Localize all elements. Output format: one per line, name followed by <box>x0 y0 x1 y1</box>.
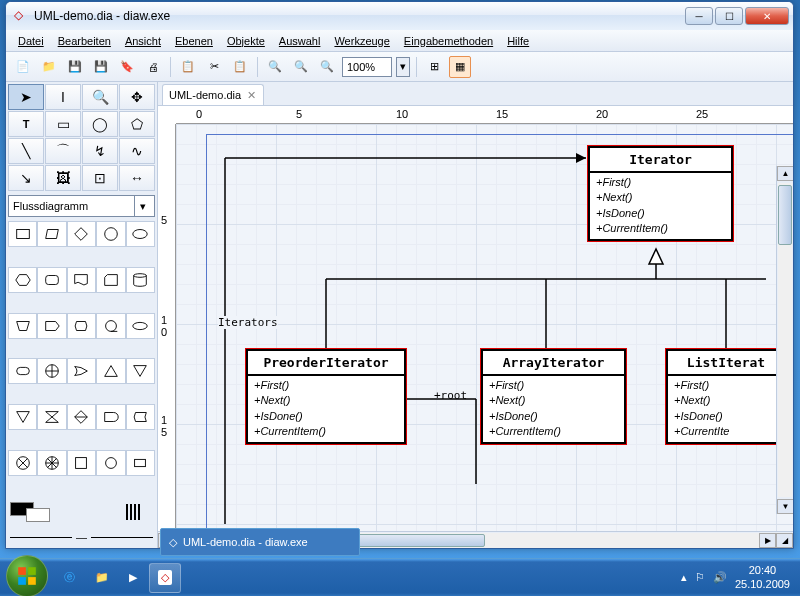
text-tool[interactable]: T <box>8 111 44 137</box>
menu-ebenen[interactable]: Ebenen <box>169 33 219 49</box>
shape-collate[interactable] <box>37 404 66 430</box>
shape-delay[interactable] <box>96 404 125 430</box>
move-tool[interactable]: ✥ <box>119 84 155 110</box>
shape-parallelogram[interactable] <box>37 221 66 247</box>
clock[interactable]: 20:40 25.10.2009 <box>735 564 790 590</box>
connector-tool[interactable]: ⊡ <box>82 165 118 191</box>
shape-display[interactable] <box>67 313 96 339</box>
label-iterators[interactable]: Iterators <box>218 316 278 329</box>
tray-flag-icon[interactable]: ⚐ <box>695 571 705 584</box>
task-ie[interactable]: ⓔ <box>56 563 83 593</box>
shape-sort[interactable] <box>67 404 96 430</box>
zoomout-button[interactable]: 🔍 <box>290 56 312 78</box>
zoomin-button[interactable]: 🔍 <box>264 56 286 78</box>
shape-extra1[interactable] <box>67 450 96 476</box>
arc-tool[interactable]: ⌒ <box>45 138 81 164</box>
line-pattern[interactable] <box>113 503 153 521</box>
shape-extra2[interactable] <box>96 450 125 476</box>
cut-button[interactable]: ✂ <box>203 56 225 78</box>
pointer-tool[interactable]: ➤ <box>8 84 44 110</box>
zoom-dropdown[interactable]: ▾ <box>396 57 410 77</box>
box-tool[interactable]: ▭ <box>45 111 81 137</box>
label-root[interactable]: +root <box>434 389 467 402</box>
shape-invtri[interactable] <box>126 358 155 384</box>
class-preorder[interactable]: PreorderIterator +First() +Next() +IsDon… <box>246 349 406 444</box>
task-media[interactable]: ▶ <box>121 563 145 593</box>
menu-datei[interactable]: Datei <box>12 33 50 49</box>
ellipse-tool[interactable]: ◯ <box>82 111 118 137</box>
shape-stadium[interactable] <box>8 358 37 384</box>
shape-card[interactable] <box>96 267 125 293</box>
image-tool[interactable]: 🖼 <box>45 165 81 191</box>
shape-pentagon[interactable] <box>37 313 66 339</box>
zigzag-tool[interactable]: ↯ <box>82 138 118 164</box>
zoomfit-button[interactable]: 🔍 <box>316 56 338 78</box>
shape-extra3[interactable] <box>126 450 155 476</box>
new-button[interactable]: 📄 <box>12 56 34 78</box>
shape-cylinder[interactable] <box>126 267 155 293</box>
shape-ellipse[interactable] <box>126 221 155 247</box>
document-tab[interactable]: UML-demo.dia ✕ <box>162 84 264 105</box>
shape-and[interactable] <box>37 450 66 476</box>
shape-merge[interactable] <box>8 404 37 430</box>
menu-bearbeiten[interactable]: Bearbeiten <box>52 33 117 49</box>
shape-oval[interactable] <box>126 313 155 339</box>
line-tool[interactable]: ╲ <box>8 138 44 164</box>
tray-arrow-icon[interactable]: ▴ <box>681 571 687 584</box>
class-iterator[interactable]: Iterator +First() +Next() +IsDone() +Cur… <box>588 146 733 241</box>
shape-hexagon[interactable] <box>8 267 37 293</box>
menu-ansicht[interactable]: Ansicht <box>119 33 167 49</box>
shape-storage[interactable] <box>126 404 155 430</box>
menu-auswahl[interactable]: Auswahl <box>273 33 327 49</box>
class-array[interactable]: ArrayIterator +First() +Next() +IsDone()… <box>481 349 626 444</box>
copy-button[interactable]: 📋 <box>177 56 199 78</box>
maximize-button[interactable]: ☐ <box>715 7 743 25</box>
shape-trap[interactable] <box>8 313 37 339</box>
shape-diamond[interactable] <box>67 221 96 247</box>
fg-bg-swatch[interactable] <box>10 502 50 522</box>
tray-volume-icon[interactable]: 🔊 <box>713 571 727 584</box>
shape-triangle[interactable] <box>96 358 125 384</box>
shape-tape[interactable] <box>96 313 125 339</box>
saveas-button[interactable]: 💾 <box>90 56 112 78</box>
class-list[interactable]: ListIterat +First() +Next() +IsDone() +C… <box>666 349 786 444</box>
snap-button[interactable]: ▦ <box>449 56 471 78</box>
minimize-button[interactable]: ─ <box>685 7 713 25</box>
titlebar[interactable]: ◇ UML-demo.dia - diaw.exe ─ ☐ ✕ <box>6 2 793 30</box>
open-button[interactable]: 📁 <box>38 56 60 78</box>
zoom-tool[interactable]: 🔍 <box>82 84 118 110</box>
grid-button[interactable]: ⊞ <box>423 56 445 78</box>
tab-close-icon[interactable]: ✕ <box>245 89 257 101</box>
start-button[interactable] <box>0 559 54 597</box>
shape-rect[interactable] <box>8 221 37 247</box>
scrollbar-vertical[interactable]: ▲ ▼ <box>776 166 793 514</box>
polygon-tool[interactable]: ⬠ <box>119 111 155 137</box>
task-dia[interactable]: ◇ <box>149 563 181 593</box>
polyline-tool[interactable]: ↘ <box>8 165 44 191</box>
menu-eingabe[interactable]: Eingabemethoden <box>398 33 499 49</box>
print-button[interactable]: 🖨 <box>142 56 164 78</box>
close-button[interactable]: ✕ <box>745 7 789 25</box>
sheet-dropdown-icon[interactable]: ▾ <box>134 196 150 216</box>
shape-document[interactable] <box>67 267 96 293</box>
canvas[interactable]: Iterators +root Iterator +First() +Next(… <box>176 124 793 531</box>
taskbar-preview[interactable]: ◇ UML-demo.dia - diaw.exe <box>160 528 360 556</box>
shape-or[interactable] <box>67 358 96 384</box>
menu-werkzeuge[interactable]: Werkzeuge <box>328 33 395 49</box>
task-explorer[interactable]: 📁 <box>87 563 117 593</box>
arrow-tool[interactable]: ↔ <box>119 165 155 191</box>
save-button[interactable]: 💾 <box>64 56 86 78</box>
zoom-input[interactable]: 100% <box>342 57 392 77</box>
text-cursor-tool[interactable]: I <box>45 84 81 110</box>
menu-hilfe[interactable]: Hilfe <box>501 33 535 49</box>
shape-circle[interactable] <box>96 221 125 247</box>
bezier-tool[interactable]: ∿ <box>119 138 155 164</box>
sheet-selector[interactable]: Flussdiagramm ▾ <box>8 195 155 217</box>
paste-button[interactable]: 📋 <box>229 56 251 78</box>
shape-sum[interactable] <box>37 358 66 384</box>
line-style-selector[interactable]: — <box>6 526 157 548</box>
export-button[interactable]: 🔖 <box>116 56 138 78</box>
shape-roundrect[interactable] <box>37 267 66 293</box>
shape-xor[interactable] <box>8 450 37 476</box>
menu-objekte[interactable]: Objekte <box>221 33 271 49</box>
